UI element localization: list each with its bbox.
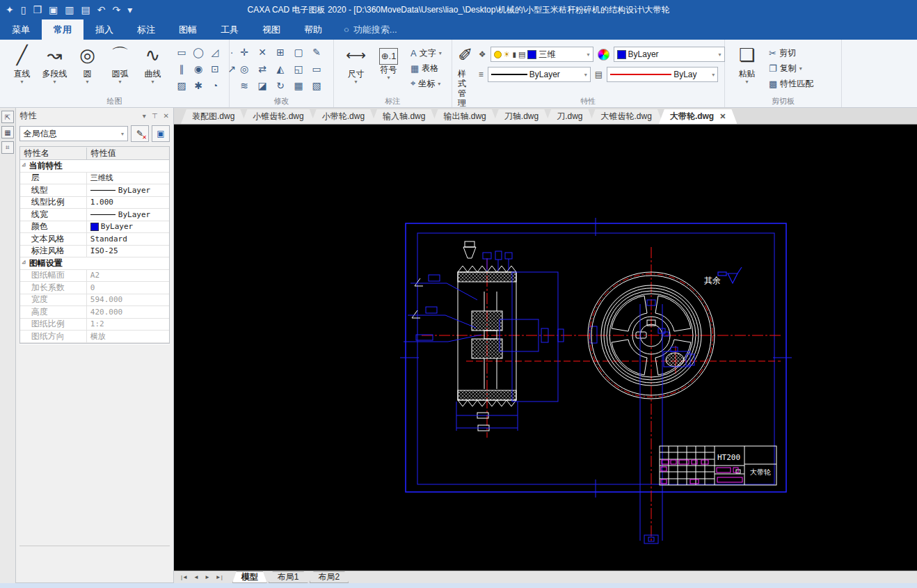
doc-tab-large-pulley[interactable]: 大带轮.dwg ✕: [659, 109, 737, 124]
extend-icon[interactable]: ⇄: [253, 61, 271, 77]
break-icon[interactable]: ✕: [253, 44, 271, 61]
frame-manager-icon[interactable]: ⌗: [1, 141, 14, 154]
menu-tab-sheet[interactable]: 图幅: [167, 19, 209, 40]
lineweight-combo[interactable]: ByLay ▾: [607, 67, 718, 82]
property-row[interactable]: ⊿ 高度 420.000: [20, 306, 169, 319]
drawing-canvas[interactable]: 其余: [174, 125, 917, 571]
arc-button[interactable]: ⌒ 圆弧 ▾: [104, 42, 136, 85]
panel-collapse-icon[interactable]: ▾: [143, 112, 146, 120]
print-icon[interactable]: ▤: [81, 4, 90, 15]
layout2-tab[interactable]: 布局2: [310, 571, 349, 583]
symbol-button[interactable]: ⊕.1 符号 ▾: [372, 42, 405, 81]
scale-icon[interactable]: ≋: [235, 77, 253, 94]
menu-tab-home[interactable]: 常用: [42, 19, 83, 40]
lineweight-icon[interactable]: ▤: [595, 70, 603, 79]
circle-button[interactable]: ◎ 圆 ▾: [71, 42, 104, 85]
doc-tab-input-shaft[interactable]: 输入轴.dwg: [372, 109, 436, 124]
doc-tab-knife-shaft[interactable]: 刀轴.dwg: [493, 109, 550, 124]
panel-pin-icon[interactable]: ⊤: [152, 112, 158, 120]
polyline-button[interactable]: ↝ 多段线 ▾: [38, 42, 71, 85]
save-as-icon[interactable]: ▥: [65, 4, 74, 15]
move-icon[interactable]: ✛: [235, 44, 253, 61]
redo-icon[interactable]: ↷: [112, 4, 120, 15]
doc-tab-assembly[interactable]: 装配图.dwg: [181, 109, 246, 124]
doc-tab-small-pulley[interactable]: 小带轮.dwg: [311, 109, 376, 124]
last-page-icon[interactable]: ►|: [213, 574, 225, 580]
center-circle-icon[interactable]: ◉: [190, 61, 207, 77]
explode-icon[interactable]: ▦: [289, 77, 308, 94]
library-panel-icon[interactable]: ▦: [1, 126, 14, 138]
copy-icon[interactable]: ❐ 复制 ▾: [769, 61, 816, 76]
rotate-icon[interactable]: ↻: [271, 77, 289, 94]
rectangle-icon[interactable]: ▭: [173, 44, 190, 61]
undo-icon[interactable]: ↶: [97, 4, 106, 15]
match-properties-icon[interactable]: ▩ 特性匹配: [769, 76, 816, 91]
property-row[interactable]: ⊿ 线型 ByLayer: [20, 184, 169, 197]
paste-button[interactable]: ❏ 粘贴 ▾: [731, 42, 763, 85]
line-button[interactable]: ╱ 直线 ▾: [6, 42, 38, 85]
first-page-icon[interactable]: |◄: [178, 574, 191, 580]
color-combo[interactable]: ByLayer ▾: [614, 47, 725, 62]
save-icon[interactable]: ▣: [49, 4, 58, 15]
menu-tab-annotate[interactable]: 标注: [125, 19, 167, 40]
linetype-combo[interactable]: ByLayer ▾: [488, 67, 591, 82]
color-wheel-icon[interactable]: [598, 49, 609, 61]
property-row[interactable]: ⊿ 当前特性: [20, 160, 169, 173]
edit-icon[interactable]: ✎: [308, 44, 326, 61]
shear-icon[interactable]: ◪: [253, 77, 271, 94]
next-page-icon[interactable]: ►: [202, 574, 213, 580]
dimension-button[interactable]: ⟷ 尺寸 ▾: [340, 42, 372, 85]
app-logo-icon[interactable]: ✦: [6, 4, 14, 15]
property-row[interactable]: ⊿ 线宽 ByLayer: [20, 209, 169, 221]
property-row[interactable]: ⊿ 加长系数 0: [20, 282, 169, 294]
coordinate-icon[interactable]: ⌖ 坐标 ▾: [410, 76, 442, 91]
cut-icon[interactable]: ✂ 剪切: [769, 45, 816, 61]
edit-properties-button[interactable]: ✎ ✕: [131, 125, 149, 142]
tool-options-icon[interactable]: ⇱: [1, 111, 14, 123]
property-row[interactable]: ⊿ 层 三维线: [20, 173, 169, 185]
pick-object-button[interactable]: ▣: [152, 125, 170, 142]
layer-tools-icon[interactable]: ❖: [479, 49, 486, 59]
chamfer-icon[interactable]: ◿: [207, 44, 223, 61]
menu-tab-tools[interactable]: 工具: [209, 19, 250, 40]
mirror-icon[interactable]: ◭: [271, 61, 289, 77]
property-row[interactable]: ⊿ 图幅设置: [20, 257, 169, 270]
ellipse-icon[interactable]: ◯: [190, 44, 207, 61]
region-hatch-icon[interactable]: ▧: [308, 77, 326, 94]
spline-button[interactable]: ∿ 曲线 ▾: [136, 42, 169, 85]
doc-tab-output-shaft[interactable]: 输出轴.dwg: [432, 109, 497, 124]
prev-page-icon[interactable]: ◄: [191, 574, 202, 580]
doc-tab-large-bevel-gear[interactable]: 大锥齿轮.dwg: [590, 109, 663, 124]
stretch-icon[interactable]: ▢: [289, 44, 308, 61]
doc-tab-knife[interactable]: 刀.dwg: [545, 109, 593, 124]
layout1-tab[interactable]: 布局1: [269, 571, 308, 583]
property-row[interactable]: ⊿ 文本风格 Standard: [20, 233, 169, 246]
layer-combo[interactable]: ☀ ▮ ▤ 三维 ▾: [491, 47, 593, 62]
scope-dropdown[interactable]: 全局信息 ▾: [19, 126, 128, 141]
doc-tab-small-bevel-gear[interactable]: 小锥齿轮.dwg: [241, 109, 314, 124]
bolt-icon[interactable]: ⊡: [207, 61, 223, 77]
open-file-icon[interactable]: ❒: [33, 4, 42, 15]
gear-icon[interactable]: ✱: [190, 77, 207, 94]
menu-tab-help[interactable]: 帮助: [292, 19, 334, 40]
frame-icon[interactable]: ▭: [308, 61, 326, 77]
panel-close-icon[interactable]: ✕: [164, 112, 169, 120]
table-icon[interactable]: ▦ 表格: [410, 61, 442, 76]
menu-tab-insert[interactable]: 插入: [83, 19, 125, 40]
property-row[interactable]: ⊿ 线型比例 1.000: [20, 197, 169, 209]
property-row[interactable]: ⊿ 图纸幅面 A2: [20, 270, 169, 283]
function-search[interactable]: ○ 功能搜索...: [344, 19, 397, 40]
property-row[interactable]: ⊿ 宽度 594.000: [20, 294, 169, 307]
model-tab[interactable]: 模型: [232, 571, 267, 583]
qat-more-icon[interactable]: ▾: [127, 4, 132, 15]
parallel-lines-icon[interactable]: ∥: [173, 61, 190, 77]
property-row[interactable]: ⊿ 图纸方向 横放: [20, 331, 169, 343]
array-icon[interactable]: ⊞: [271, 44, 289, 61]
text-icon[interactable]: A 文字 ▾: [410, 45, 442, 61]
property-row[interactable]: ⊿ 图纸比例 1:2: [20, 319, 169, 331]
rotate-ref-icon[interactable]: ◎: [235, 61, 253, 77]
linestyle-tools-icon[interactable]: ≡: [479, 70, 484, 79]
corner-icon[interactable]: ◱: [289, 61, 308, 77]
menu-tab-menu[interactable]: 菜单: [0, 19, 42, 40]
new-file-icon[interactable]: ▯: [21, 4, 26, 15]
